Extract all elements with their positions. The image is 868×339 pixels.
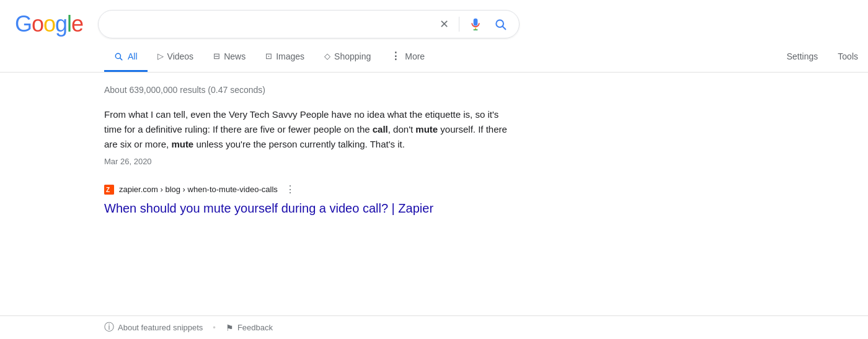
featured-snippet: From what I can tell, even the Very Tech… — [104, 107, 513, 166]
voice-search-button[interactable] — [467, 15, 484, 33]
nav-tabs: All ▷ Videos ⊟ News ⊡ Images ◇ Shopping … — [0, 41, 868, 73]
snippet-date: Mar 26, 2020 — [104, 157, 513, 166]
logo-letter-l: l — [67, 11, 71, 37]
snippet-text: From what I can tell, even the Very Tech… — [104, 107, 513, 152]
separator — [459, 17, 459, 32]
search-input[interactable]: when to mute on a video call — [108, 19, 432, 30]
search-bar: when to mute on a video call ✕ — [98, 10, 520, 38]
clear-button[interactable]: ✕ — [437, 15, 451, 33]
search-icon — [494, 18, 507, 30]
tab-news[interactable]: ⊟ News — [203, 43, 255, 72]
search-button[interactable] — [492, 15, 509, 33]
more-icon: ⋮ — [391, 50, 401, 62]
tab-all-label: All — [128, 51, 138, 61]
search-icons: ✕ — [437, 15, 509, 33]
snippet-text-after: unless you're the person currently talki… — [193, 139, 405, 149]
logo-letter-o2: o — [43, 11, 55, 37]
search-icon-small — [114, 52, 123, 61]
tab-shopping[interactable]: ◇ Shopping — [314, 43, 381, 72]
tab-shopping-label: Shopping — [334, 51, 371, 61]
svg-line-1 — [503, 27, 506, 30]
result-menu-button[interactable]: ⋮ — [283, 181, 298, 198]
result-favicon: Z — [104, 185, 114, 195]
results-count: About 639,000,000 results (0.47 seconds) — [104, 85, 853, 95]
tab-news-label: News — [224, 51, 246, 61]
header: Google when to mute on a video call ✕ — [0, 0, 868, 38]
snippet-bold-mute1: mute — [415, 124, 438, 134]
svg-line-3 — [120, 58, 122, 59]
logo-letter-g2: g — [55, 11, 67, 37]
svg-text:Z: Z — [106, 187, 110, 193]
tools-button[interactable]: Tools — [828, 43, 868, 72]
logo-letter-g: G — [15, 11, 32, 37]
shopping-icon: ◇ — [324, 51, 330, 61]
tab-all[interactable]: All — [104, 43, 148, 72]
snippet-text-mid1: , don't — [388, 124, 416, 134]
result-item: Z zapier.com › blog › when-to-mute-video… — [104, 181, 513, 216]
result-title-link[interactable]: When should you mute yourself during a v… — [104, 200, 513, 216]
video-icon: ▷ — [157, 51, 164, 61]
tab-images-label: Images — [276, 51, 304, 61]
nav-right: Settings Tools — [777, 42, 868, 71]
snippet-bold-mute2: mute — [171, 139, 193, 149]
results-area: About 639,000,000 results (0.47 seconds)… — [0, 73, 868, 229]
result-url-row: Z zapier.com › blog › when-to-mute-video… — [104, 181, 513, 198]
result-url: zapier.com › blog › when-to-mute-video-c… — [119, 185, 278, 194]
snippet-bold-call: call — [373, 124, 388, 134]
images-icon: ⊡ — [265, 51, 272, 61]
mic-icon — [469, 18, 482, 30]
google-logo[interactable]: Google — [15, 11, 83, 37]
tab-videos[interactable]: ▷ Videos — [148, 43, 204, 72]
tab-images[interactable]: ⊡ Images — [255, 43, 314, 72]
settings-button[interactable]: Settings — [777, 43, 828, 72]
tab-more[interactable]: ⋮ More — [381, 42, 435, 73]
tab-more-label: More — [405, 51, 425, 61]
tab-videos-label: Videos — [167, 51, 194, 61]
news-icon: ⊟ — [213, 51, 220, 61]
logo-letter-e: e — [71, 11, 83, 37]
logo-letter-o1: o — [32, 11, 43, 37]
